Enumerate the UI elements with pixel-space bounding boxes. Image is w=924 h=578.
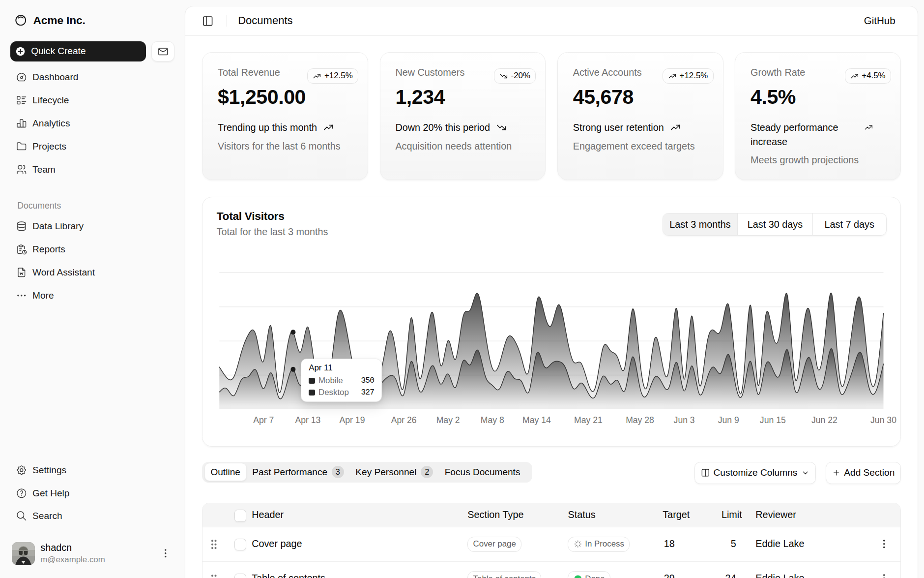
svg-text:Jun 30: Jun 30	[870, 415, 896, 425]
svg-text:Apr 19: Apr 19	[340, 415, 365, 425]
svg-text:Apr 26: Apr 26	[391, 415, 417, 425]
svg-text:Jun 22: Jun 22	[811, 415, 837, 425]
svg-text:Apr 7: Apr 7	[254, 415, 274, 425]
svg-text:May 21: May 21	[574, 415, 603, 425]
svg-text:May 8: May 8	[481, 415, 504, 425]
svg-text:May 2: May 2	[436, 415, 460, 425]
svg-text:May 28: May 28	[626, 415, 654, 425]
svg-text:Apr 13: Apr 13	[295, 415, 321, 425]
svg-text:Jun 3: Jun 3	[674, 415, 695, 425]
svg-text:Jun 15: Jun 15	[760, 415, 786, 425]
svg-text:Jun 9: Jun 9	[718, 415, 739, 425]
svg-text:May 14: May 14	[522, 415, 551, 425]
